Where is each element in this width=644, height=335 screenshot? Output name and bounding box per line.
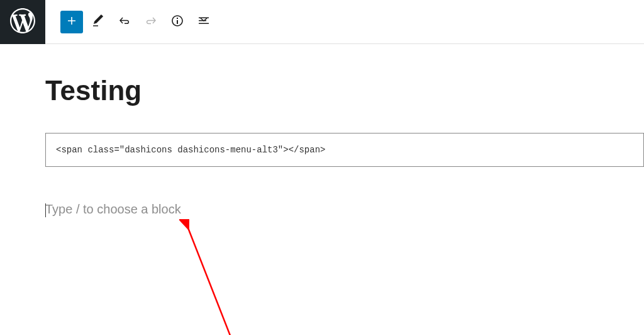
add-block-button[interactable] [60, 11, 83, 33]
editor-top-bar [0, 0, 644, 44]
undo-button[interactable] [113, 11, 136, 33]
editor-content-area: Testing <span class="dashicons dashicons… [0, 74, 644, 217]
list-outline-icon [196, 13, 211, 31]
redo-icon [143, 13, 158, 31]
code-block[interactable]: <span class="dashicons dashicons-menu-al… [45, 133, 644, 167]
wordpress-logo-button[interactable] [0, 0, 45, 44]
annotation-arrow-icon [179, 219, 242, 335]
editor-toolbar [45, 11, 215, 33]
info-icon [170, 13, 185, 31]
plus-icon [64, 13, 79, 31]
undo-icon [117, 13, 132, 31]
details-button[interactable] [166, 11, 189, 33]
svg-line-1 [188, 228, 233, 335]
redo-button[interactable] [140, 11, 162, 33]
page-title[interactable]: Testing [45, 74, 644, 108]
tools-button[interactable] [87, 11, 109, 33]
block-placeholder[interactable]: Type / to choose a block [45, 202, 644, 217]
pencil-icon [91, 13, 106, 31]
wordpress-logo-icon [10, 8, 35, 36]
outline-button[interactable] [192, 11, 215, 33]
